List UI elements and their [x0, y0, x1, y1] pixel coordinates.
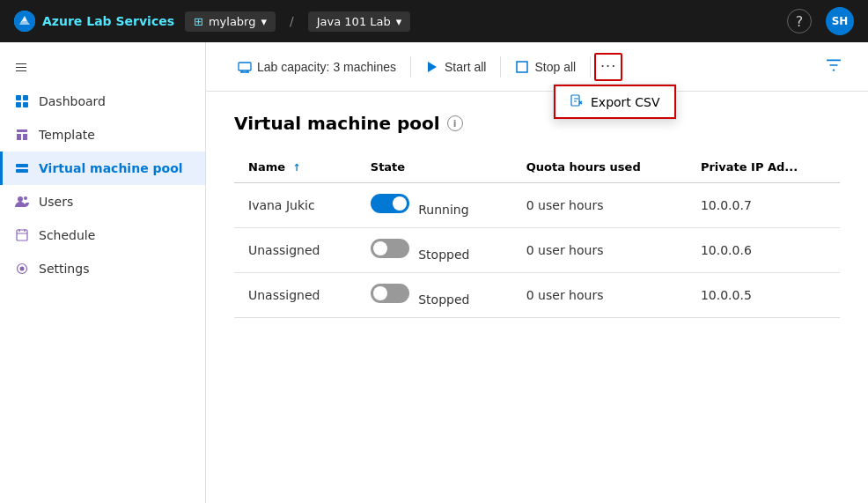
svg-rect-2 [23, 95, 28, 100]
start-all-button[interactable]: Start all [415, 55, 497, 79]
breadcrumb-slash: / [290, 14, 294, 28]
svg-rect-9 [17, 230, 27, 240]
schedule-icon [14, 227, 30, 243]
sidebar-item-vm-pool[interactable]: Virtual machine pool [0, 152, 205, 185]
cell-ip: 10.0.0.7 [687, 183, 840, 228]
svg-rect-4 [23, 102, 28, 107]
cell-quota: 0 user hours [512, 228, 687, 273]
state-toggle[interactable] [371, 194, 409, 213]
col-name[interactable]: Name ↑ [234, 152, 357, 183]
svg-point-8 [24, 196, 27, 200]
svg-rect-3 [16, 102, 21, 107]
dashboard-icon [14, 93, 30, 109]
breadcrumb-lab[interactable]: Java 101 Lab ▾ [308, 11, 411, 32]
cell-state: Stopped [357, 273, 512, 318]
svg-marker-11 [428, 62, 437, 72]
content-area: Virtual machine pool i Name ↑ State [206, 92, 868, 503]
sidebar-item-dashboard[interactable]: Dashboard [0, 85, 205, 118]
export-csv-label: Export CSV [591, 95, 660, 109]
sidebar-item-dashboard-label: Dashboard [39, 94, 106, 108]
cell-name: Unassigned [234, 273, 357, 318]
cell-state: Stopped [357, 228, 512, 273]
cell-quota: 0 user hours [512, 183, 687, 228]
app-layout: Dashboard Template Virtual machine pool … [0, 42, 868, 503]
cell-state: Running [357, 183, 512, 228]
chevron-down-icon: ▾ [261, 15, 268, 28]
more-actions-button[interactable]: ··· [594, 53, 622, 81]
col-state[interactable]: State [357, 152, 512, 183]
svg-point-7 [18, 196, 23, 202]
breadcrumb-org[interactable]: ⊞ mylabrg ▾ [185, 11, 276, 32]
state-label: Stopped [418, 248, 469, 262]
org-icon: ⊞ [194, 15, 203, 28]
sort-asc-icon: ↑ [293, 162, 301, 174]
cell-ip: 10.0.0.5 [687, 273, 840, 318]
sidebar-item-settings[interactable]: Settings [0, 252, 205, 285]
table-row: Ivana Jukic Running 0 user hours 10.0.0.… [234, 183, 840, 228]
col-quota[interactable]: Quota hours used [512, 152, 687, 183]
sidebar: Dashboard Template Virtual machine pool … [0, 42, 206, 503]
sidebar-item-schedule[interactable]: Schedule [0, 218, 205, 252]
export-csv-item[interactable]: Export CSV [554, 85, 676, 119]
brand-text: Azure Lab Services [42, 14, 174, 28]
state-toggle[interactable] [371, 284, 409, 303]
cell-name: Unassigned [234, 228, 357, 273]
sidebar-collapse-button[interactable] [0, 49, 205, 85]
cell-name: Ivana Jukic [234, 183, 357, 228]
svg-rect-13 [571, 95, 579, 106]
toolbar: Lab capacity: 3 machines Start all Stop … [206, 42, 868, 92]
stop-all-button[interactable]: Stop all [504, 55, 586, 79]
chevron-down-icon-lab: ▾ [396, 15, 402, 28]
state-label: Stopped [418, 292, 469, 307]
sep-1 [410, 56, 411, 78]
sep-2 [500, 56, 501, 78]
users-icon [14, 194, 30, 210]
sidebar-item-template-label: Template [39, 128, 95, 142]
top-nav-right: ? SH [787, 7, 854, 35]
sep-3 [590, 56, 591, 78]
settings-icon [14, 261, 30, 277]
page-title: Virtual machine pool i [234, 113, 840, 134]
top-nav: Azure Lab Services ⊞ mylabrg ▾ / Java 10… [0, 0, 868, 42]
svg-rect-1 [16, 95, 21, 100]
sidebar-item-settings-label: Settings [39, 262, 89, 276]
cell-ip: 10.0.0.6 [687, 228, 840, 273]
info-icon[interactable]: i [447, 115, 463, 131]
sidebar-item-schedule-label: Schedule [39, 228, 95, 242]
template-icon [14, 127, 30, 143]
state-label: Running [418, 203, 468, 217]
user-avatar[interactable]: SH [826, 7, 854, 35]
sidebar-item-template[interactable]: Template [0, 118, 205, 152]
vm-pool-icon [14, 160, 30, 176]
svg-rect-12 [517, 62, 527, 72]
sidebar-item-users-label: Users [39, 195, 73, 209]
svg-rect-5 [16, 164, 28, 167]
col-ip[interactable]: Private IP Ad... [687, 152, 840, 183]
azure-logo-icon [14, 11, 35, 32]
sidebar-item-users[interactable]: Users [0, 185, 205, 218]
logo: Azure Lab Services [14, 11, 174, 32]
svg-rect-10 [239, 63, 251, 70]
svg-rect-6 [16, 169, 28, 173]
table-row: Unassigned Stopped 0 user hours 10.0.0.6 [234, 228, 840, 273]
filter-button[interactable] [820, 52, 847, 81]
table-row: Unassigned Stopped 0 user hours 10.0.0.5 [234, 273, 840, 318]
cell-quota: 0 user hours [512, 273, 687, 318]
lab-capacity-button[interactable]: Lab capacity: 3 machines [227, 55, 407, 79]
vm-pool-table: Name ↑ State Quota hours used Private IP… [234, 152, 840, 318]
main-content: Lab capacity: 3 machines Start all Stop … [206, 42, 868, 503]
sidebar-item-vm-pool-label: Virtual machine pool [39, 161, 183, 175]
export-csv-icon [570, 93, 584, 110]
dropdown-popup: Export CSV [553, 84, 677, 120]
help-button[interactable]: ? [787, 9, 812, 33]
state-toggle[interactable] [371, 239, 409, 258]
